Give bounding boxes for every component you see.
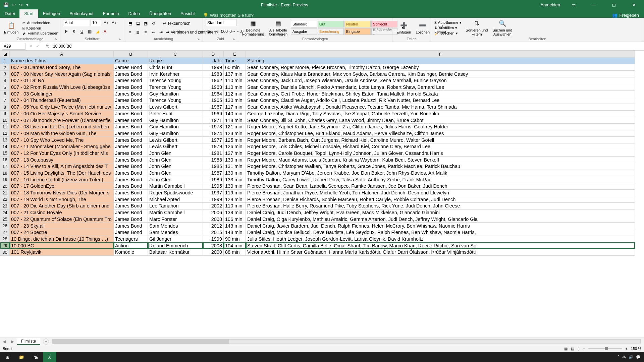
align-left-icon[interactable]: ≡ <box>127 29 133 36</box>
row-header[interactable]: 20 <box>0 183 10 190</box>
tab-file[interactable]: Datei <box>0 9 19 18</box>
horizontal-scrollbar[interactable] <box>52 339 641 344</box>
cell[interactable]: Guy Hamilton <box>148 123 203 130</box>
cell[interactable]: John Glen <box>148 170 203 176</box>
increase-font-icon[interactable]: A↑ <box>103 19 109 26</box>
cell[interactable]: 007 - 01 Dr. No <box>10 77 114 84</box>
cell[interactable]: 007 - 20 Die Another Day (Stirb an einem… <box>10 203 114 209</box>
row-header[interactable]: 1 <box>0 58 10 64</box>
cell[interactable]: 110 min <box>224 203 246 209</box>
cell[interactable]: 133 min <box>224 176 246 183</box>
cell[interactable]: James Bond <box>114 209 148 216</box>
cell[interactable]: James Bond <box>114 157 148 163</box>
formula-input[interactable]: 10.000 BC <box>52 44 644 49</box>
row-header[interactable]: 25 <box>0 216 10 223</box>
cell[interactable]: 130 min <box>224 170 246 176</box>
cell[interactable]: Guy Hamilton <box>148 130 203 137</box>
cell[interactable]: Steven Strait, Cliff Curtis, Camilla Bel… <box>246 242 635 249</box>
cell[interactable]: James Bond <box>114 71 148 77</box>
col-header[interactable]: E <box>224 51 246 58</box>
align-center-icon[interactable]: ≣ <box>135 29 141 36</box>
cell[interactable]: Sean Connery, Jack Lord, Joseph Wiseman,… <box>246 77 635 84</box>
minimize-icon[interactable]: ― <box>587 2 600 7</box>
cell[interactable]: James Bond <box>114 137 148 143</box>
cell[interactable]: 007 - 07 Diamonds Are Forever (Diamanten… <box>10 117 114 124</box>
find-select-button[interactable]: 🔍Suchen und Auswählen <box>491 19 514 36</box>
zoom-level[interactable]: 150 % <box>631 347 641 351</box>
cell[interactable]: Terence Young <box>148 84 203 90</box>
cell[interactable]: James Bond <box>114 150 148 157</box>
cell[interactable]: 007 - 17 GoldenEye <box>10 183 114 190</box>
cell[interactable]: 125 min <box>224 137 246 143</box>
cell[interactable]: Terence Young <box>148 77 203 84</box>
cell[interactable]: James Bond <box>114 123 148 130</box>
excel-taskbar-icon[interactable]: X <box>43 352 56 362</box>
cell[interactable]: 1981 <box>203 150 224 157</box>
cell[interactable]: Sean Connery, Daniela Bianchi, Pedro Arm… <box>246 84 635 90</box>
cell[interactable]: 148 min <box>224 229 246 236</box>
cell[interactable]: 60 min <box>224 64 246 71</box>
cell[interactable]: 1999 <box>203 236 224 242</box>
cell[interactable]: James Bond <box>114 203 148 209</box>
cell[interactable]: 106 min <box>224 216 246 223</box>
row-header[interactable]: 23 <box>0 203 10 209</box>
cell[interactable]: 2000 <box>203 249 224 255</box>
cell[interactable]: Daniel Craig, Olga Kurylenko, Mathieu Am… <box>246 216 635 223</box>
row-header[interactable]: 26 <box>0 223 10 229</box>
cell[interactable]: Martin Campbell <box>148 209 203 216</box>
tab-home[interactable]: Start <box>19 9 38 18</box>
cell[interactable]: Roger Moore, Maud Adams, Louis Jourdan, … <box>246 157 635 163</box>
cell[interactable]: James Bond <box>114 84 148 90</box>
cell[interactable]: Martin Campbell <box>148 183 203 190</box>
qat-customize-icon[interactable]: ▾ <box>26 2 29 7</box>
bold-button[interactable]: F <box>63 28 70 35</box>
zoom-slider[interactable] <box>588 348 622 349</box>
cell[interactable]: 2008 <box>203 216 224 223</box>
cell[interactable]: Daniel Craig, Judi Dench, Jeffrey Wright… <box>246 209 635 216</box>
row-header[interactable]: 2 <box>0 64 10 71</box>
cell[interactable]: Irvin Kershner <box>148 71 203 77</box>
cell[interactable]: Victoria Abril, Hilmir Snær Guðnason, Ha… <box>246 249 635 255</box>
row-header[interactable]: 15 <box>0 150 10 157</box>
row-header[interactable]: 17 <box>0 163 10 170</box>
select-all-cell[interactable]: ◢ <box>0 51 10 58</box>
cell[interactable]: Teenagers <box>114 236 148 242</box>
autosum-button[interactable]: Σ AutoSumme ▾ <box>434 20 462 25</box>
cell[interactable]: Lewis Gilbert <box>148 137 203 143</box>
cell[interactable]: 007 - 00 Never Say Never Again (Sag niem… <box>10 71 114 77</box>
cell[interactable]: 2006 <box>203 209 224 216</box>
cell[interactable]: 2008 <box>203 242 224 249</box>
col-header[interactable]: D <box>203 51 224 58</box>
clear-button[interactable]: 🧹 Löschen ▾ <box>434 31 462 36</box>
cell[interactable]: Genre <box>114 58 148 64</box>
cell[interactable]: James Bond <box>114 90 148 97</box>
zoom-out-icon[interactable]: − <box>583 347 585 351</box>
cell[interactable]: 007 - 10 Spy Who Loved Me, The <box>10 137 114 143</box>
cell[interactable]: 2002 <box>203 203 224 209</box>
cell[interactable]: 007 - 21 Casino Royale <box>10 209 114 216</box>
cell[interactable]: 123 min <box>224 130 246 137</box>
border-button[interactable]: ▦ <box>86 28 93 35</box>
sheet-nav-prev-icon[interactable]: ◀ <box>0 339 8 344</box>
cell[interactable]: 007 - 22 Quantum of Solace (Ein Quantum … <box>10 216 114 223</box>
start-button[interactable]: ⊞ <box>1 352 14 362</box>
row-header[interactable]: 9 <box>0 110 10 117</box>
row-header[interactable]: 6 <box>0 90 10 97</box>
col-header[interactable]: B <box>114 51 148 58</box>
cell[interactable]: Sean Connery, Akiko Wakabayashi, Donald … <box>246 104 635 110</box>
cell[interactable]: Sean Connery, Roger Moore, Pierce Brosna… <box>246 64 635 71</box>
col-header[interactable]: F <box>246 51 635 58</box>
cell[interactable]: Sean Connery, Claudine Auger, Adolfo Cel… <box>246 97 635 104</box>
cell[interactable]: Lee Tamahori <box>148 203 203 209</box>
cell[interactable]: 1997 <box>203 189 224 196</box>
row-header[interactable]: 16 <box>0 157 10 163</box>
cell[interactable]: 1987 <box>203 170 224 176</box>
cell[interactable]: 101 Reykjavik <box>10 249 114 255</box>
cell[interactable]: 007 - 12 For Your Eyes Only (In tödliche… <box>10 150 114 157</box>
cell[interactable]: Guy Hamilton <box>148 90 203 97</box>
format-as-table-button[interactable]: ▤Als Tabelle formatieren <box>267 19 289 36</box>
format-painter-button[interactable]: 🖌 Format übertragen <box>22 31 59 36</box>
cell[interactable]: 90 min <box>224 236 246 242</box>
signin-link[interactable]: Anmelden <box>540 2 560 7</box>
cell[interactable]: 110 min <box>224 77 246 84</box>
